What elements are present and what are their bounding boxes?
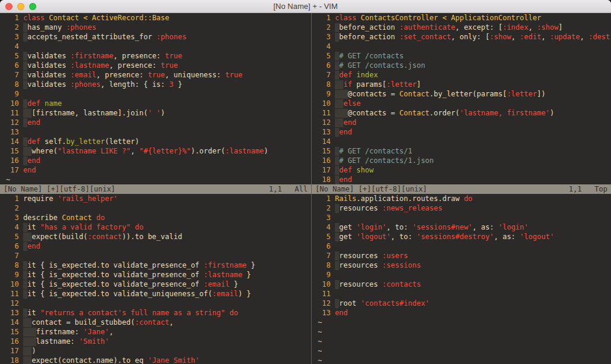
code-line: 4 xyxy=(318,42,611,51)
line-number: 14 xyxy=(318,137,331,146)
line-number: 13 xyxy=(318,127,331,137)
line-number: 16 xyxy=(6,156,19,165)
window-title: [No Name] + - VIM xyxy=(0,2,611,11)
code-line: 11 xyxy=(318,289,611,299)
line-number: 4 xyxy=(6,42,19,51)
editor-pane-contact-model[interactable]: 1class Contact < ActiveRecord::Base2has_… xyxy=(0,13,312,184)
statusline-right[interactable]: [No Name] [+][utf-8][unix] 1,1 Top xyxy=(312,184,611,194)
code-line: 13end xyxy=(318,127,611,137)
code-line: 3describe Contact do xyxy=(6,213,311,222)
line-number: 6 xyxy=(318,241,331,251)
indent-whitespace xyxy=(335,109,348,118)
code-line: 12root 'contacts#index' xyxy=(318,299,611,308)
zoom-button[interactable] xyxy=(29,3,36,10)
code-line: 14contact = build_stubbed(:contact, xyxy=(6,318,311,327)
code-line: 16# GET /contacts/1.json xyxy=(318,156,611,165)
line-number: 15 xyxy=(6,146,19,156)
editor-pane-contacts-controller[interactable]: 1class ContactsController < ApplicationC… xyxy=(312,13,611,184)
code-line: 17end xyxy=(6,165,311,175)
code-line: 3accepts_nested_attributes_for :phones xyxy=(6,32,311,42)
line-number: 1 xyxy=(6,194,19,203)
code-line: 15firstname: 'Jane', xyxy=(6,327,311,337)
status-scroll-right: Top xyxy=(594,184,607,194)
empty-line-tilde: ~ xyxy=(318,346,611,356)
line-number: 7 xyxy=(318,70,331,80)
code-line: 1class ContactsController < ApplicationC… xyxy=(318,13,611,23)
empty-line-tilde: ~ xyxy=(318,318,611,327)
indent-whitespace xyxy=(23,318,32,327)
line-number: 7 xyxy=(318,251,331,261)
status-position-left: 1,1 xyxy=(269,184,282,194)
line-number: 13 xyxy=(6,127,19,137)
indent-whitespace xyxy=(23,328,36,337)
code-line: 4get 'login', to: 'sessions#new', as: 'l… xyxy=(318,222,611,232)
code-line: 3 xyxy=(318,213,611,222)
code-line: 6# GET /contacts.json xyxy=(318,61,611,70)
code-line: 15where("lastname LIKE ?", "#{letter}%")… xyxy=(6,146,311,156)
line-number: 16 xyxy=(318,156,331,165)
line-number: 17 xyxy=(6,165,19,175)
status-position-right: 1,1 xyxy=(569,184,582,194)
indent-whitespace xyxy=(23,109,32,118)
line-number: 8 xyxy=(318,80,331,89)
line-number: 9 xyxy=(318,89,331,99)
window-controls xyxy=(5,3,36,10)
indent-whitespace xyxy=(23,347,32,356)
line-number: 1 xyxy=(6,13,19,23)
vim-window: [No Name] + - VIM 1class Contact < Activ… xyxy=(0,0,611,364)
line-number: 12 xyxy=(318,118,331,127)
line-number: 10 xyxy=(318,280,331,289)
minimize-button[interactable] xyxy=(17,3,24,10)
line-number: 3 xyxy=(318,213,331,222)
line-number: 4 xyxy=(318,42,331,51)
statusline-left[interactable]: [No Name] [+][utf-8][unix] 1,1 All xyxy=(0,184,312,194)
status-file-left: [No Name] [+][utf-8][unix] xyxy=(4,184,115,194)
code-line: 6end xyxy=(6,241,311,251)
code-line: 10resources :contacts xyxy=(318,280,611,289)
titlebar[interactable]: [No Name] + - VIM xyxy=(0,0,611,13)
indent-whitespace xyxy=(23,356,32,364)
line-number: 15 xyxy=(318,146,331,156)
empty-line-tilde: ~ xyxy=(6,175,311,184)
code-line: 10def name xyxy=(6,99,311,108)
line-number: 3 xyxy=(318,32,331,42)
indent-whitespace xyxy=(23,337,36,346)
code-line: 12end xyxy=(318,118,611,127)
bottom-split-row: 1require 'rails_helper'23describe Contac… xyxy=(0,194,611,364)
code-line: 18expect(contact.name).to eq 'Jane Smith… xyxy=(6,356,311,364)
code-line: 6validates :lastname, presence: true xyxy=(6,61,311,70)
line-number: 9 xyxy=(318,270,331,280)
line-number: 4 xyxy=(6,222,19,232)
code-line: 1require 'rails_helper' xyxy=(6,194,311,203)
line-number: 9 xyxy=(6,270,19,280)
top-split-row: 1class Contact < ActiveRecord::Base2has_… xyxy=(0,13,611,184)
line-number: 3 xyxy=(6,32,19,42)
code-line: 1Rails.application.routes.draw do xyxy=(318,194,611,203)
code-line: 9@contacts = Contact.by_letter(params[:l… xyxy=(318,89,611,99)
code-line: 7 xyxy=(6,251,311,261)
line-number: 8 xyxy=(6,261,19,270)
line-number: 7 xyxy=(6,70,19,80)
code-line: 17) xyxy=(6,346,311,356)
close-button[interactable] xyxy=(5,3,12,10)
line-number: 2 xyxy=(6,203,19,213)
line-number: 7 xyxy=(6,251,19,261)
line-number: 11 xyxy=(318,108,331,118)
editor-pane-routes[interactable]: 1Rails.application.routes.draw do2resour… xyxy=(312,194,611,364)
code-line: 5expect(build(:contact)).to be_valid xyxy=(6,232,311,241)
editor-pane-contact-spec[interactable]: 1require 'rails_helper'23describe Contac… xyxy=(0,194,312,364)
line-number: 10 xyxy=(318,99,331,108)
line-number: 13 xyxy=(6,308,19,318)
code-line: 9it { is_expected.to validate_presence_o… xyxy=(6,270,311,280)
code-line: 4 xyxy=(6,42,311,51)
code-line: 16lastname: 'Smith' xyxy=(6,337,311,346)
code-line: 2 xyxy=(6,203,311,213)
line-number: 14 xyxy=(6,137,19,146)
code-line: 11it { is_expected.to validate_uniquenes… xyxy=(6,289,311,299)
line-number: 6 xyxy=(318,61,331,70)
line-number: 5 xyxy=(318,51,331,61)
code-line: 16end xyxy=(6,156,311,165)
code-line: 8resources :sessions xyxy=(318,261,611,270)
indent-whitespace xyxy=(23,147,32,156)
line-number: 17 xyxy=(6,346,19,356)
